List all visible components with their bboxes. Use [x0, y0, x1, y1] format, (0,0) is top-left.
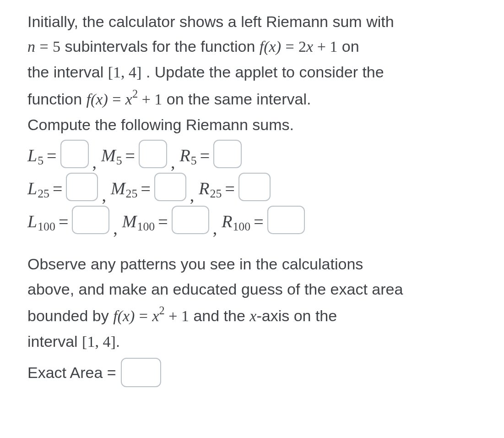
eq: = — [112, 91, 121, 108]
riemann-row-5: L5 = , M5 = , R5 = — [27, 142, 491, 170]
M100-label: M100 — [122, 208, 155, 236]
L25-label: L25 — [27, 175, 50, 203]
M25-input[interactable] — [154, 173, 186, 201]
intro-t4: the interval — [27, 63, 108, 81]
intro-t8: Compute the following Riemann sums. — [27, 116, 294, 133]
exact-area-input[interactable] — [121, 358, 161, 387]
L5-label: L5 — [27, 142, 44, 170]
interval: [1, 4] — [108, 64, 142, 81]
M25-label: M25 — [111, 175, 138, 203]
M100-input[interactable] — [172, 206, 209, 234]
exact-area-label: Exact Area = — [27, 360, 116, 385]
n-val: 5 — [53, 38, 60, 55]
exact-area-line: Exact Area = — [27, 358, 491, 387]
eq: = — [39, 38, 48, 55]
intro-t2: subintervals for the function — [65, 38, 260, 55]
observe-paragraph: Observe any patterns you see in the calc… — [27, 252, 491, 354]
eq: = — [285, 38, 294, 55]
n-var: n — [27, 38, 35, 55]
R25-label: R25 — [199, 175, 222, 203]
rhs2: x2 + 1 — [125, 91, 163, 108]
intro-t5: . Update the applet to consider the — [146, 63, 384, 81]
R5-label: R5 — [180, 142, 197, 170]
fx: f(x) — [260, 38, 281, 55]
L100-label: L100 — [27, 208, 56, 236]
L100-input[interactable] — [72, 206, 109, 234]
R25-input[interactable] — [238, 173, 271, 201]
fx2: f(x) — [87, 91, 108, 108]
riemann-row-100: L100 = , M100 = , R100 = — [27, 208, 491, 236]
intro-t7: on the same interval. — [167, 90, 311, 108]
R5-input[interactable] — [213, 140, 242, 168]
rhs3: x2 + 1 — [152, 307, 189, 324]
intro-t6: function — [27, 90, 87, 108]
R100-label: R100 — [222, 208, 251, 236]
intro-t3: on — [342, 38, 359, 55]
M5-input[interactable] — [139, 140, 167, 168]
rhs1: 2x + 1 — [298, 38, 337, 55]
L25-input[interactable] — [66, 173, 98, 201]
riemann-row-25: L25 = , M25 = , R25 = — [27, 175, 491, 203]
interval2: [1, 4] — [82, 333, 116, 350]
riemann-rows: L5 = , M5 = , R5 = L25 = , — [27, 142, 491, 236]
R100-input[interactable] — [267, 206, 305, 234]
M5-label: M5 — [101, 142, 123, 170]
L5-input[interactable] — [60, 140, 89, 168]
intro-line1: Initially, the calculator shows a left R… — [27, 13, 394, 30]
fx3: f(x) — [113, 307, 135, 324]
intro-paragraph: Initially, the calculator shows a left R… — [27, 9, 491, 137]
